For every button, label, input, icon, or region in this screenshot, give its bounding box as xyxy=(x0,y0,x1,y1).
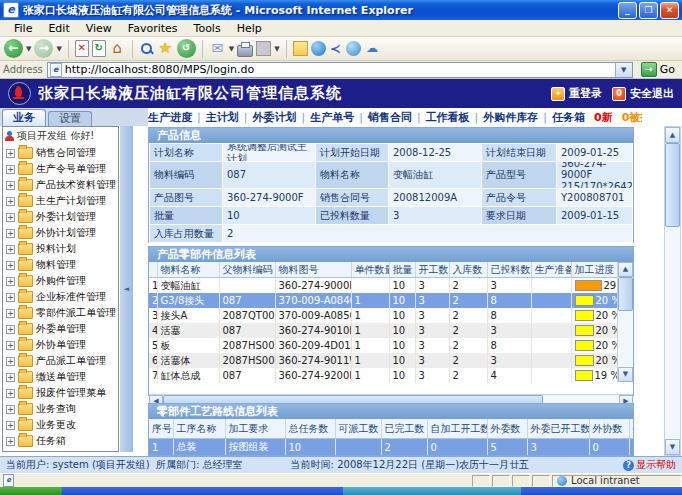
nav-item[interactable]: 主计划 xyxy=(206,110,239,125)
nav-item[interactable]: 工作看板 xyxy=(426,110,470,125)
parts-row[interactable]: 7缸体总成087360-274-9200F11032419 % xyxy=(149,368,617,383)
column-header[interactable]: 生产准备 xyxy=(531,262,571,278)
scroll-up-icon[interactable]: ▲ xyxy=(665,127,680,143)
nav-item[interactable]: 生产进度 xyxy=(148,110,192,125)
stop-icon[interactable]: ✕ xyxy=(75,40,89,57)
tree-item[interactable]: +外购件管理 xyxy=(3,273,118,289)
menu-favorites[interactable]: Favorites xyxy=(120,21,186,36)
start-button[interactable] xyxy=(0,487,62,495)
research-icon[interactable] xyxy=(346,41,361,56)
show-help-link[interactable]: ? 显示帮助 xyxy=(623,458,676,472)
expand-plus-icon[interactable]: + xyxy=(6,213,15,222)
tree-item[interactable]: +外协单管理 xyxy=(3,337,118,353)
column-header[interactable]: 单件数量 xyxy=(351,262,389,278)
parts-row[interactable]: 1变幅油缸360-274-9000F1032329 % xyxy=(149,278,617,294)
nav-item[interactable]: 外委计划 xyxy=(252,110,296,125)
tab-settings[interactable]: 设置 xyxy=(48,111,92,126)
column-header[interactable]: 工序名称 xyxy=(173,419,225,439)
more-dropdown-icon[interactable]: ▼ xyxy=(274,45,279,53)
messenger-globe-icon[interactable] xyxy=(311,41,326,56)
tree-item[interactable]: +生产令号单管理 xyxy=(3,161,118,177)
expand-plus-icon[interactable]: + xyxy=(6,341,15,350)
expand-plus-icon[interactable]: + xyxy=(6,261,15,270)
expand-plus-icon[interactable]: + xyxy=(6,245,15,254)
nav-item[interactable]: 生产单号 xyxy=(310,110,354,125)
column-header[interactable]: 开工数 xyxy=(415,262,449,278)
history-icon[interactable]: ↺ xyxy=(177,39,196,58)
tree-item[interactable]: +外委单管理 xyxy=(3,321,118,337)
mail-icon[interactable]: ✉ xyxy=(209,40,226,57)
column-header[interactable]: 物料名称 xyxy=(157,262,219,278)
main-vertical-scrollbar[interactable]: ▲ ▼ xyxy=(664,126,681,456)
expand-plus-icon[interactable]: + xyxy=(6,325,15,334)
badge-new[interactable]: 0新 xyxy=(594,110,613,125)
column-header[interactable]: 批量 xyxy=(389,262,415,278)
tree-item[interactable]: +产品技术资料管理 xyxy=(3,177,118,193)
taskbar-task[interactable] xyxy=(343,487,521,495)
tree-item[interactable]: +外委计划管理 xyxy=(3,209,118,225)
scroll-up-icon[interactable]: ▲ xyxy=(618,262,633,277)
column-header[interactable] xyxy=(149,262,157,278)
expand-plus-icon[interactable]: + xyxy=(6,229,15,238)
scroll-down-icon[interactable]: ▼ xyxy=(618,367,633,382)
note-icon[interactable] xyxy=(293,41,308,56)
menu-edit[interactable]: Edit xyxy=(40,21,77,36)
expand-plus-icon[interactable]: + xyxy=(6,309,15,318)
print-icon[interactable] xyxy=(237,45,253,57)
tree-item[interactable]: +业务查询 xyxy=(3,401,118,417)
expand-plus-icon[interactable]: + xyxy=(6,165,15,174)
panel-splitter[interactable]: ◄ xyxy=(120,126,133,452)
column-header[interactable]: 已投料数 xyxy=(487,262,531,278)
refresh-icon[interactable]: ↻ xyxy=(92,40,106,57)
minimize-button[interactable]: _ xyxy=(618,2,637,19)
forward-dropdown-icon[interactable]: ▼ xyxy=(56,45,61,53)
badge-rejected[interactable]: 0被拒绝 xyxy=(622,110,642,125)
im-icon[interactable]: ☁ xyxy=(364,40,381,57)
expand-plus-icon[interactable]: + xyxy=(6,389,15,398)
column-header[interactable]: 可派工数 xyxy=(335,419,381,439)
parts-row[interactable]: 2G3/8接头087370-009-A084011032820 % xyxy=(149,293,617,308)
tree-item[interactable]: +投料计划 xyxy=(3,241,118,257)
tree-item[interactable]: +物料管理 xyxy=(3,257,118,273)
column-header[interactable]: 加工要求 xyxy=(225,419,285,439)
nav-item[interactable]: 外购件库存 xyxy=(483,110,538,125)
expand-plus-icon[interactable]: + xyxy=(6,181,15,190)
scroll-down-icon[interactable]: ▼ xyxy=(665,439,680,455)
close-button[interactable]: ✕ xyxy=(660,2,679,19)
scroll-thumb[interactable] xyxy=(665,143,680,227)
expand-plus-icon[interactable]: + xyxy=(6,437,15,446)
curve-icon[interactable]: ≺ xyxy=(329,41,343,56)
parts-row[interactable]: 3接头A2087QT002370-009-A085011032820 % xyxy=(149,308,617,323)
menu-file[interactable]: File xyxy=(6,21,40,36)
go-button[interactable]: → Go xyxy=(637,62,679,78)
relogin-button[interactable]: ✦ 重登录 xyxy=(551,86,602,101)
favorites-icon[interactable]: ★ xyxy=(157,40,174,57)
tree-item[interactable]: +主生产计划管理 xyxy=(3,193,118,209)
nav-item[interactable]: 任务箱 xyxy=(552,110,585,125)
tree-item[interactable]: +零部件派工单管理 xyxy=(3,305,118,321)
expand-plus-icon[interactable]: + xyxy=(6,149,15,158)
tree-item[interactable]: +产品派工单管理 xyxy=(3,353,118,369)
tree-item[interactable]: +企业标准件管理 xyxy=(3,289,118,305)
tree-item[interactable]: +业务更改 xyxy=(3,417,118,433)
expand-plus-icon[interactable]: + xyxy=(6,277,15,286)
tree-item[interactable]: +销售合同管理 xyxy=(3,145,118,161)
expand-plus-icon[interactable]: + xyxy=(6,405,15,414)
parts-vertical-scrollbar[interactable]: ▲ ▼ xyxy=(617,262,633,382)
expand-plus-icon[interactable]: + xyxy=(6,373,15,382)
home-icon[interactable]: ⌂ xyxy=(109,40,126,57)
route-row[interactable]: 1总装按图组装10205300 xyxy=(149,439,634,456)
column-header[interactable]: 父物料编码 xyxy=(219,262,275,278)
column-header[interactable]: 外委已开工数 xyxy=(527,419,589,439)
tree-item[interactable]: +任务箱 xyxy=(3,433,118,449)
back-dropdown-icon[interactable]: ▼ xyxy=(26,45,31,53)
scroll-thumb[interactable] xyxy=(618,277,633,311)
column-header[interactable]: 加工进度 xyxy=(571,262,617,278)
expand-plus-icon[interactable]: + xyxy=(6,421,15,430)
column-header[interactable]: 入库数 xyxy=(449,262,487,278)
tree-item[interactable]: +外协计划管理 xyxy=(3,225,118,241)
column-header[interactable]: 物料图号 xyxy=(275,262,351,278)
menu-tools[interactable]: Tools xyxy=(186,21,229,36)
maximize-button[interactable]: ❐ xyxy=(639,2,658,19)
edit-icon[interactable] xyxy=(256,41,271,56)
